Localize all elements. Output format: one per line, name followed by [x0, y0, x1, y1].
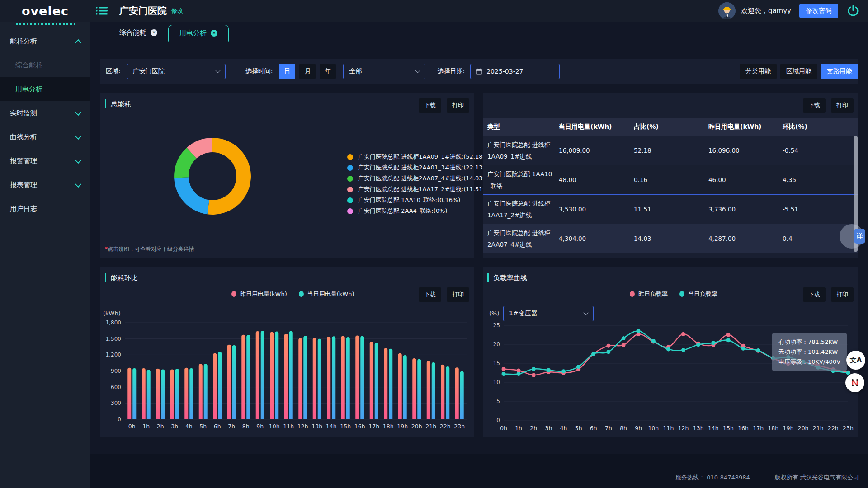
svg-text:1,800: 1,800: [106, 319, 121, 326]
svg-text:23h: 23h: [454, 423, 465, 430]
svg-text:7h: 7h: [228, 423, 235, 430]
bar: [303, 336, 307, 419]
bar: [460, 371, 464, 419]
legend-item: 广安门医院总配 1AA10_联络:(0.16%): [347, 195, 491, 206]
bar: [175, 369, 179, 419]
data-point: [591, 352, 595, 356]
svg-text:13h: 13h: [693, 425, 704, 432]
sidebar-item[interactable]: 实时监测: [0, 101, 90, 125]
legend-label: 广安门医院总配 进线柜1AA09_1#进线:(52.18%): [358, 153, 491, 161]
print-button[interactable]: 打印: [831, 98, 854, 113]
time-option[interactable]: 年: [320, 64, 336, 79]
panel-energy-table: 下载 打印 类型当日用电量(kWh)占比(%)昨日用电量(kWh)环比(%) 广…: [483, 93, 858, 258]
bar: [156, 369, 160, 419]
date-input[interactable]: 2025-03-27: [470, 64, 560, 79]
print-button[interactable]: 打印: [831, 287, 854, 302]
table-cell-today: 4,304.00: [559, 224, 634, 253]
data-point: [502, 372, 506, 376]
svg-text:6h: 6h: [590, 425, 597, 432]
data-point: [606, 350, 610, 354]
bar: [341, 336, 345, 419]
change-password-button[interactable]: 修改密码: [799, 4, 838, 18]
logout-power-icon[interactable]: [846, 4, 860, 18]
svg-text:300: 300: [111, 400, 121, 406]
donut-slice[interactable]: [174, 177, 209, 214]
chevron-down-icon: [583, 310, 588, 315]
download-button[interactable]: 下载: [803, 287, 826, 302]
svg-text:21h: 21h: [425, 423, 436, 430]
chevron-down-icon: [75, 109, 81, 115]
line-chart-legend: 昨日负载率当日负载率: [630, 290, 717, 298]
download-button[interactable]: 下载: [419, 287, 441, 302]
tab-inactive[interactable]: 综合能耗✕: [108, 25, 168, 41]
legend-label: 广安门医院总配 1AA10_联络:(0.16%): [358, 196, 460, 204]
svg-text:13h: 13h: [311, 423, 322, 430]
sidebar-item-label: 报警管理: [10, 157, 37, 165]
sidebar: 能耗分析综合能耗用电分析实时监测曲线分析报警管理报表管理用户日志: [0, 22, 90, 488]
translate-button[interactable]: 译: [854, 229, 865, 244]
sidebar-item[interactable]: 能耗分析: [0, 29, 90, 53]
sidebar-item[interactable]: 报警管理: [0, 149, 90, 173]
tooltip-line-active-power: 有功功率：781.52KW: [778, 337, 840, 347]
bar: [127, 368, 131, 419]
svg-text:1,200: 1,200: [106, 352, 121, 358]
topbar: ovelec 广安门医院 修改 欢迎您，gamyy 修改密码: [0, 0, 868, 22]
panel-load-rate: 负载率曲线 昨日负载率当日负载率 下载 打印 (%) 1#变压器 0510152…: [483, 267, 858, 437]
data-point: [637, 329, 641, 333]
scope-select[interactable]: 全部: [343, 64, 425, 79]
svg-text:12h: 12h: [678, 425, 689, 432]
sidebar-item[interactable]: 曲线分析: [0, 125, 90, 149]
sidebar-item[interactable]: 用户日志: [0, 197, 90, 221]
menu-toggle-icon[interactable]: [96, 6, 108, 15]
mode-button[interactable]: 分类用能: [740, 64, 777, 79]
date-label: 选择日期:: [437, 67, 465, 75]
svg-text:4h: 4h: [185, 423, 193, 430]
sidebar-item[interactable]: 用电分析: [0, 77, 90, 101]
data-point: [741, 347, 745, 351]
table-header: 环比(%): [783, 118, 858, 136]
chart-tooltip: 有功功率：781.52KW 无功功率：101.42KW 电压等级：10KV/40…: [772, 333, 847, 371]
logo: ovelec: [0, 4, 90, 18]
print-button[interactable]: 打印: [447, 287, 469, 302]
edit-title-link[interactable]: 修改: [171, 7, 183, 15]
translate-circle-icon[interactable]: 文A: [846, 351, 865, 370]
donut-slice[interactable]: [207, 138, 251, 215]
legend-dot-icon: [299, 291, 304, 297]
mode-button[interactable]: 区域用能: [780, 64, 817, 79]
table-cell-share: 52.18: [634, 136, 708, 165]
sidebar-item[interactable]: 报表管理: [0, 173, 90, 197]
download-button[interactable]: 下载: [803, 98, 826, 113]
mode-button[interactable]: 支路用能: [821, 64, 858, 79]
y-axis-unit: (kWh): [103, 310, 121, 317]
region-select-value: 广安门医院: [133, 67, 216, 75]
time-option[interactable]: 日: [279, 64, 295, 79]
donut-chart[interactable]: [172, 136, 253, 217]
data-point: [696, 343, 700, 347]
print-button[interactable]: 打印: [447, 98, 469, 113]
time-option[interactable]: 月: [299, 64, 316, 79]
avatar[interactable]: [718, 2, 736, 19]
bar: [261, 331, 264, 419]
bar: [346, 337, 350, 419]
download-button[interactable]: 下载: [419, 98, 441, 113]
svg-text:15h: 15h: [723, 425, 734, 432]
svg-text:5: 5: [496, 398, 500, 404]
tab-close-icon[interactable]: ✕: [151, 29, 157, 36]
region-select[interactable]: 广安门医院: [127, 64, 226, 79]
data-point: [681, 348, 685, 352]
tab-active[interactable]: 用电分析✕: [168, 25, 229, 42]
table-row: 广安门医院总配 进线柜1AA17_2#进线3,530.0011.513,736.…: [483, 195, 858, 224]
transformer-select[interactable]: 1#变压器: [503, 306, 594, 321]
table-cell-share: 11.51: [634, 195, 708, 224]
bar: [446, 366, 449, 419]
bar: [389, 349, 392, 419]
tab-close-icon[interactable]: ✕: [211, 30, 217, 37]
chevron-down-icon: [75, 181, 81, 187]
bar: [170, 369, 174, 419]
bar: [147, 370, 151, 419]
bar: [227, 345, 231, 419]
table-header: 当日用电量(kWh): [559, 118, 634, 136]
table-cell-yesterday: 3,736.00: [708, 195, 783, 224]
molecule-icon[interactable]: [845, 373, 864, 392]
sidebar-item[interactable]: 综合能耗: [0, 53, 90, 77]
